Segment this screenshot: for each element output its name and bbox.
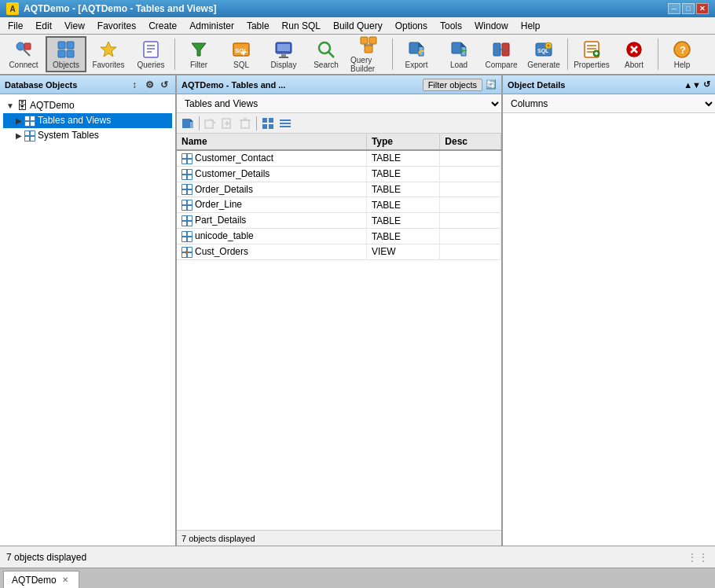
view-type-dropdown[interactable]: Tables and Views Tables Views System Tab…	[177, 94, 501, 113]
menu-administer[interactable]: Administer	[183, 17, 240, 34]
row-name: Order_Line	[177, 197, 366, 213]
menu-create[interactable]: Create	[142, 17, 183, 34]
toolbar-connect[interactable]: Connect	[3, 36, 44, 72]
row-type: TABLE	[366, 197, 439, 213]
sort-arrows-icon[interactable]: ▲▼	[684, 80, 701, 90]
obj-grid-btn[interactable]	[260, 116, 276, 131]
help-label: Help	[674, 61, 691, 69]
right-header-icons[interactable]: ▲▼ ↺	[684, 79, 710, 90]
details-type-dropdown[interactable]: Columns Indexes Triggers Constraints	[503, 94, 715, 113]
svg-rect-106	[182, 216, 186, 220]
left-panel-icons[interactable]: ↕ ⚙ ↺	[128, 79, 170, 91]
objects-table: Name Type Desc Customer_ContactTABLECust…	[177, 134, 501, 530]
table-row[interactable]: Order_LineTABLE	[177, 197, 501, 213]
toolbar-query-builder[interactable]: Query Builder	[348, 36, 389, 72]
svg-rect-8	[144, 42, 158, 57]
tab-close-icon[interactable]: ✕	[60, 575, 71, 586]
svg-marker-12	[192, 43, 206, 56]
menu-options[interactable]: Options	[389, 17, 434, 34]
menu-view[interactable]: View	[58, 17, 91, 34]
table-row[interactable]: Part_DetailsTABLE	[177, 213, 501, 229]
svg-rect-87	[188, 154, 192, 158]
row-name: Part_Details	[177, 213, 366, 229]
obj-edit-btn[interactable]	[203, 116, 218, 131]
abort-label: Abort	[625, 61, 644, 69]
close-button[interactable]: ✕	[696, 3, 709, 14]
toolbar-filter[interactable]: Filter	[178, 36, 219, 72]
toolbar-compare[interactable]: Compare	[481, 36, 522, 72]
svg-rect-114	[188, 237, 192, 241]
table-row[interactable]: Cust_OrdersVIEW	[177, 244, 501, 259]
menu-run-sql[interactable]: Run SQL	[276, 17, 327, 34]
tree-tables-views[interactable]: ▶ Tables and Views	[3, 113, 172, 128]
table-row[interactable]: Customer_DetailsTABLE	[177, 166, 501, 182]
menu-help[interactable]: Help	[515, 17, 547, 34]
svg-rect-80	[262, 124, 267, 129]
query-builder-label: Query Builder	[350, 56, 387, 73]
menu-window[interactable]: Window	[468, 17, 515, 34]
col-type[interactable]: Type	[366, 134, 439, 150]
sort-icon[interactable]: ↕	[128, 79, 141, 91]
connect-icon	[14, 40, 33, 59]
toolbar-display[interactable]: Display	[263, 36, 304, 72]
obj-open-btn[interactable]	[180, 116, 196, 131]
svg-rect-94	[188, 175, 192, 179]
middle-status: 7 objects displayed	[177, 530, 501, 546]
tables-expand-icon: ▶	[16, 116, 22, 125]
toolbar-abort[interactable]: Abort	[614, 36, 654, 72]
svg-line-2	[24, 50, 30, 56]
svg-rect-23	[369, 37, 376, 44]
toolbar-properties[interactable]: Properties	[571, 36, 612, 72]
svg-rect-97	[188, 185, 192, 189]
toolbar-queries[interactable]: Queries	[130, 36, 171, 72]
toolbar-objects[interactable]: Objects	[46, 36, 86, 72]
table-row[interactable]: Order_DetailsTABLE	[177, 182, 501, 197]
menu-table[interactable]: Table	[240, 17, 276, 34]
toolbar-generate[interactable]: SQL Generate	[523, 36, 564, 72]
tree-system-tables[interactable]: ▶ System Tables	[3, 128, 172, 143]
toolbar-favorites[interactable]: Favorites	[88, 36, 129, 72]
svg-marker-69	[190, 119, 193, 122]
filter-objects-button[interactable]: Filter objects	[423, 79, 482, 91]
svg-rect-4	[67, 42, 74, 49]
object-details-panel: Object Details ▲▼ ↺ Columns Indexes Trig…	[503, 75, 715, 546]
svg-rect-5	[58, 50, 65, 57]
maximize-button[interactable]: □	[682, 3, 695, 14]
tab-aqtdemo[interactable]: AQTDemo ✕	[3, 571, 79, 588]
title-bar-controls[interactable]: ─ □ ✕	[668, 3, 709, 14]
table-row[interactable]: Customer_ContactTABLE	[177, 150, 501, 166]
menu-favorites[interactable]: Favorites	[91, 17, 142, 34]
svg-rect-65	[25, 137, 29, 141]
svg-rect-1	[24, 43, 31, 50]
toolbar-sql[interactable]: SQL SQL	[221, 36, 262, 72]
database-objects-panel: Database Objects ↕ ⚙ ↺ ▼ 🗄 AQTDemo ▶	[0, 75, 177, 546]
menu-file[interactable]: File	[2, 17, 29, 34]
middle-header-controls: Filter objects 🔄	[423, 79, 497, 91]
expand-icon: ▼	[6, 101, 14, 110]
obj-list-btn[interactable]	[277, 116, 293, 131]
toolbar-search[interactable]: Search	[306, 36, 346, 72]
col-desc[interactable]: Desc	[440, 134, 501, 150]
tree-root[interactable]: ▼ 🗄 AQTDemo	[3, 97, 172, 113]
row-name: Cust_Orders	[177, 244, 366, 259]
toolbar-help[interactable]: ? Help	[662, 36, 702, 72]
menu-tools[interactable]: Tools	[434, 17, 468, 34]
obj-new-btn[interactable]	[220, 116, 236, 131]
svg-rect-93	[182, 175, 186, 179]
search-icon	[317, 40, 336, 59]
minimize-button[interactable]: ─	[668, 3, 680, 14]
menu-edit[interactable]: Edit	[29, 17, 58, 34]
toolbar-load[interactable]: Load	[438, 36, 479, 72]
refresh-left-icon[interactable]: ↺	[158, 79, 170, 91]
table-row[interactable]: unicode_tableTABLE	[177, 229, 501, 244]
toolbar-export[interactable]: Export	[396, 36, 437, 72]
menu-build-query[interactable]: Build Query	[327, 17, 389, 34]
configure-icon[interactable]: ⚙	[143, 79, 156, 91]
properties-label: Properties	[574, 61, 610, 69]
svg-rect-63	[25, 131, 29, 135]
export-icon	[407, 40, 426, 59]
col-name[interactable]: Name	[177, 134, 366, 150]
obj-delete-btn[interactable]	[237, 116, 253, 131]
refresh-right-icon[interactable]: ↺	[703, 79, 710, 90]
refresh-middle-icon[interactable]: 🔄	[486, 79, 497, 90]
